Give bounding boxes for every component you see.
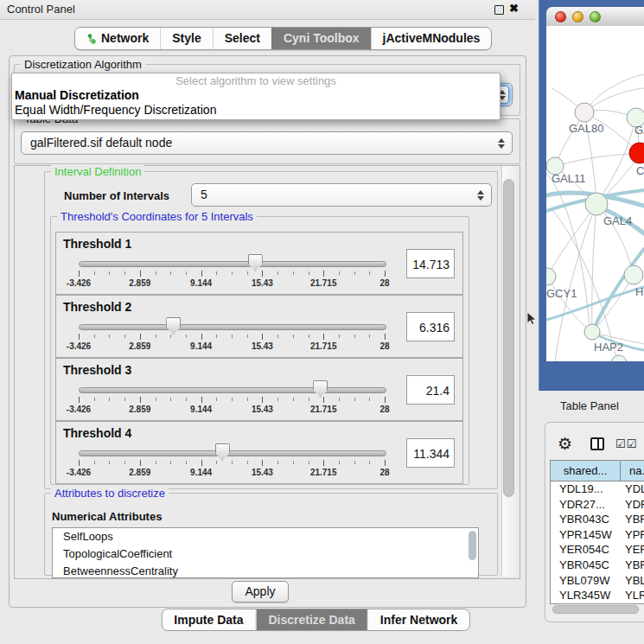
zoom-traffic-light-icon[interactable] bbox=[590, 11, 601, 22]
algorithm-option-equal-width-frequency-discretization[interactable]: Equal Width/Frequency Discretization bbox=[12, 103, 500, 118]
tick-mark bbox=[186, 461, 187, 464]
slider-handle[interactable] bbox=[313, 380, 328, 398]
table-row[interactable]: YER054CYER0... bbox=[551, 542, 644, 558]
slider-track[interactable] bbox=[79, 324, 386, 330]
tick-mark bbox=[170, 335, 171, 338]
gear-icon[interactable]: ⚙ bbox=[558, 434, 572, 454]
algorithm-group-title: Discretization Algorithm bbox=[21, 58, 145, 71]
attribute-item-topologicalcoefficient[interactable]: TopologicalCoefficient bbox=[53, 545, 478, 563]
tab-select[interactable]: Select bbox=[213, 28, 271, 49]
table-row[interactable]: YLR345WYLR3... bbox=[551, 588, 644, 603]
tick-mark bbox=[247, 271, 248, 275]
attribute-item-selfloops[interactable]: SelfLoops bbox=[53, 528, 478, 545]
node-partial[interactable] bbox=[611, 355, 627, 361]
threshold-value-field[interactable]: 21.4 bbox=[406, 375, 455, 405]
close-traffic-light-icon[interactable] bbox=[555, 11, 566, 22]
slider-track[interactable] bbox=[79, 261, 386, 267]
tick-mark bbox=[354, 398, 355, 401]
table-row[interactable]: YDL19...YDL1... bbox=[551, 481, 644, 497]
tick-mark bbox=[309, 461, 309, 464]
attribute-item-betweennesscentrality[interactable]: BetweennessCentrality bbox=[53, 563, 478, 578]
tick-mark bbox=[170, 461, 171, 464]
slider-handle[interactable] bbox=[166, 317, 181, 335]
table-data-combobox[interactable]: galFiltered.sif default node bbox=[21, 131, 513, 155]
table-header-name[interactable]: na... bbox=[621, 461, 644, 481]
slider-track[interactable] bbox=[79, 387, 386, 393]
threshold-value-field[interactable]: 14.713 bbox=[406, 249, 455, 278]
control-panel-title: Control Panel bbox=[7, 3, 75, 16]
node-gcy1[interactable] bbox=[546, 268, 556, 285]
tab-cyni-toolbox[interactable]: Cyni Toolbox bbox=[271, 28, 371, 49]
tick-mark bbox=[385, 397, 386, 403]
tick-mark bbox=[293, 335, 294, 338]
tick-mark bbox=[186, 271, 187, 275]
table-header-shared-name[interactable]: shared... bbox=[551, 461, 621, 481]
tick-mark bbox=[216, 271, 217, 275]
close-icon[interactable]: ✖ bbox=[509, 2, 519, 15]
tab-style[interactable]: Style bbox=[160, 28, 212, 49]
tick-mark bbox=[309, 271, 309, 275]
thresholds-group-title: Threshold's Coordinates for 5 Intervals bbox=[57, 210, 257, 223]
bottom-tab-infer-network[interactable]: Infer Network bbox=[367, 609, 469, 630]
node-gal4[interactable] bbox=[585, 193, 608, 215]
horizontal-scrollbar-thumb[interactable] bbox=[552, 605, 639, 614]
tick-mark bbox=[201, 271, 202, 277]
table-row[interactable]: YBL079WYBL0... bbox=[551, 573, 644, 589]
select-columns-checkboxes-icon[interactable]: ☑☑ bbox=[615, 437, 637, 450]
algorithm-hint: Select algorithm to view settings bbox=[12, 73, 500, 88]
tick-mark bbox=[323, 271, 324, 277]
tick-label: 21.715 bbox=[303, 278, 343, 288]
tick-mark bbox=[309, 335, 309, 338]
threshold-value-field[interactable]: 6.316 bbox=[406, 312, 455, 341]
apply-button[interactable]: Apply bbox=[232, 581, 289, 603]
table-header-row: shared... na... bbox=[551, 461, 644, 481]
cell-shared-name: YDR27... bbox=[551, 497, 621, 513]
network-window-titlebar[interactable] bbox=[546, 7, 644, 27]
tick-label: 15.43 bbox=[242, 405, 282, 414]
mouse-cursor bbox=[526, 311, 538, 327]
bottom-tab-impute-data[interactable]: Impute Data bbox=[162, 609, 255, 630]
slider-handle[interactable] bbox=[248, 254, 263, 271]
table-row[interactable]: YDR27...YDR2... bbox=[551, 497, 644, 513]
tick-mark bbox=[79, 334, 80, 340]
table-row[interactable]: YBR043CYBR0... bbox=[551, 512, 644, 527]
tab-network[interactable]: Network bbox=[75, 28, 160, 49]
tick-mark bbox=[323, 397, 324, 403]
tick-label: 28 bbox=[365, 278, 405, 288]
tick-mark bbox=[79, 271, 80, 277]
show-columns-icon[interactable] bbox=[590, 437, 604, 450]
bottom-tab-bar: Impute DataDiscretize DataInfer Network bbox=[161, 609, 470, 631]
tick-label: 15.43 bbox=[242, 468, 282, 477]
threshold-label: Threshold 4 bbox=[63, 426, 131, 440]
table-row[interactable]: YPR145WYPR1... bbox=[551, 527, 644, 543]
threshold-panel-3: Threshold 3-3.4262.8599.14415.4321.71528… bbox=[55, 358, 463, 421]
tick-mark bbox=[124, 398, 125, 401]
tick-mark bbox=[201, 460, 202, 466]
network-canvas[interactable]: GAL80GACGAL11GAL4GCY1HHAP2 bbox=[546, 26, 644, 361]
tab-jactivemnodules[interactable]: jActiveMNodules bbox=[371, 28, 492, 49]
minimize-traffic-light-icon[interactable] bbox=[572, 11, 583, 22]
attributes-group-title: Attributes to discretize bbox=[51, 487, 169, 500]
node-h[interactable] bbox=[624, 265, 643, 284]
table-row[interactable]: YBR045CYBR0... bbox=[551, 558, 644, 573]
vertical-scrollbar-thumb[interactable] bbox=[503, 179, 514, 497]
slider-track[interactable] bbox=[79, 450, 386, 456]
tick-mark bbox=[385, 271, 386, 277]
tick-mark bbox=[216, 335, 217, 338]
list-scrollbar-thumb[interactable] bbox=[469, 531, 476, 560]
node-attribute-table[interactable]: shared... na... YDL19...YDL1...YDR27...Y… bbox=[550, 460, 644, 604]
tick-mark bbox=[339, 335, 340, 338]
threshold-value-field[interactable]: 11.344 bbox=[406, 438, 455, 468]
tick-mark bbox=[170, 398, 171, 401]
cell-name: YPR1... bbox=[621, 527, 644, 543]
spinner-arrows-icon bbox=[498, 137, 505, 150]
node-gal80[interactable] bbox=[575, 103, 594, 122]
algorithm-option-manual-discretization[interactable]: Manual Discretization bbox=[12, 88, 500, 103]
num-intervals-combobox[interactable]: 5 bbox=[191, 183, 492, 207]
slider-handle[interactable] bbox=[215, 443, 230, 461]
float-window-icon[interactable] bbox=[494, 5, 504, 15]
numerical-attributes-list[interactable]: SelfLoopsTopologicalCoefficientBetweenne… bbox=[52, 527, 479, 578]
bottom-tab-discretize-data[interactable]: Discretize Data bbox=[255, 609, 367, 630]
node-hap2[interactable] bbox=[584, 324, 600, 340]
tick-mark bbox=[201, 397, 202, 403]
